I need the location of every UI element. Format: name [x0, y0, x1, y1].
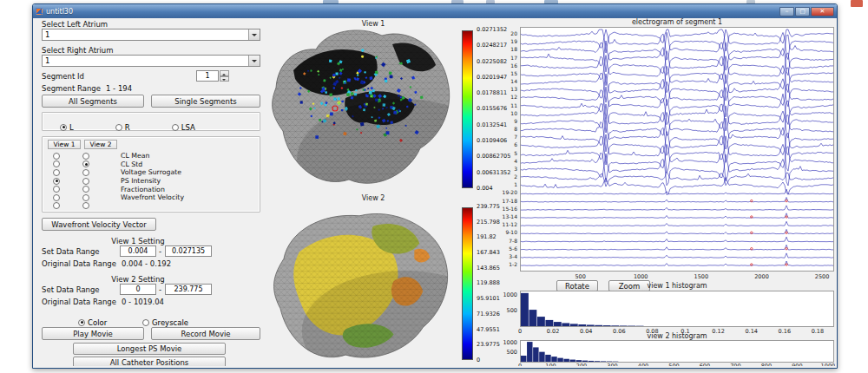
egm-xtick: 2500: [815, 273, 830, 280]
view1-column-header: View 1: [48, 140, 81, 149]
right-atrium-value: 1: [43, 56, 248, 65]
view2-column-header: View 2: [84, 140, 117, 149]
radio-circle[interactable]: [60, 124, 67, 131]
view1-range-min-input[interactable]: 0.004: [120, 245, 156, 257]
view2-range-min-input[interactable]: 0: [120, 284, 156, 295]
view-option-label: PS Intensity: [121, 177, 256, 185]
radio-circle[interactable]: [115, 124, 122, 131]
desktop: untitl30 – ▢ ✕ Select Left Atrium 1 Sele…: [0, 0, 868, 373]
minimize-button[interactable]: –: [779, 7, 794, 16]
window-controls: – ▢ ✕: [779, 7, 834, 16]
hist-xtick: 500: [668, 363, 679, 366]
view2-option-radio[interactable]: [82, 186, 89, 193]
hist-xtick: 900: [792, 363, 802, 366]
all-catheter-positions-button[interactable]: All Catheter Positions: [73, 357, 226, 366]
view1-option-radio[interactable]: [53, 178, 60, 185]
view2-option-radio[interactable]: [82, 202, 89, 209]
side-radio-l[interactable]: L: [60, 118, 74, 134]
view1-option-radio[interactable]: [53, 169, 60, 176]
radio-label: L: [69, 123, 74, 132]
original-range-label-1: Original Data Range: [42, 259, 116, 268]
wavefront-velocity-vector-button[interactable]: Wavefront Velocity Vector: [42, 218, 156, 231]
select-right-atrium-label: Select Right Atrium: [42, 46, 114, 55]
view-option-label: CL Mean: [121, 152, 256, 160]
window-titlebar[interactable]: untitl30 – ▢ ✕: [33, 4, 837, 18]
single-segments-button[interactable]: Single Segments: [151, 95, 260, 108]
color-radio-circle[interactable]: [78, 319, 85, 326]
egm-ylabel: 17-18: [503, 199, 517, 204]
close-button[interactable]: ✕: [811, 7, 834, 16]
view1-option-radio[interactable]: [53, 186, 60, 193]
view-option-row: Fractionation: [53, 185, 256, 193]
left-atrium-select[interactable]: 1: [42, 29, 260, 41]
electrogram-plot[interactable]: [520, 27, 834, 272]
hist-xtick: 200: [576, 363, 587, 366]
record-movie-button[interactable]: Record Movie: [151, 327, 260, 340]
app-window: untitl30 – ▢ ✕ Select Left Atrium 1 Sele…: [32, 3, 838, 369]
egm-ylabel: 5-6: [509, 246, 517, 252]
view1-mesh[interactable]: [262, 25, 458, 195]
dropdown-arrow-icon[interactable]: [248, 29, 260, 40]
range-separator: -: [159, 285, 161, 294]
view-option-label: Voltage Surrogate: [121, 168, 256, 176]
hist-ytick: 1000: [503, 291, 517, 298]
view1-option-radio[interactable]: [53, 160, 60, 167]
segment-range-label: Segment Range: [42, 84, 101, 93]
egm-ylabel: 3: [514, 167, 517, 172]
view2-option-radio[interactable]: [82, 169, 89, 176]
colorbar-tick: 119.888: [477, 280, 516, 286]
set-data-range-label-1: Set Data Range: [42, 247, 100, 256]
maximize-button[interactable]: ▢: [795, 7, 810, 16]
desktop-fragment: [851, 0, 863, 7]
view2-option-radio[interactable]: [82, 153, 89, 160]
range-separator: -: [159, 247, 161, 256]
view2-original-range: 0 - 1019.04: [122, 298, 164, 306]
egm-ylabel: 1-2: [509, 262, 517, 267]
electrogram-ylabels: 201918171615141312111098765432119-2017-1…: [493, 27, 517, 272]
side-radio-lsa[interactable]: LSA: [172, 118, 195, 134]
egm-ylabel: 13-14: [503, 214, 517, 219]
side-radio-r[interactable]: R: [115, 118, 130, 134]
egm-ylabel: 15: [510, 71, 517, 76]
view1-range-max-input[interactable]: 0.027135: [165, 245, 212, 257]
egm-ylabel: 5: [514, 151, 517, 156]
spinner-down-icon[interactable]: [220, 76, 229, 82]
hist2-title: view 2 histogram: [520, 332, 834, 340]
view-option-label: Fractionation: [121, 186, 256, 193]
egm-ylabel: 2: [514, 174, 517, 180]
egm-ylabel: 7-8: [509, 239, 517, 244]
hist-ytick: 500: [507, 307, 517, 314]
view2-range-max-input[interactable]: 239.775: [165, 284, 212, 295]
window-title: untitl30: [46, 8, 779, 16]
view1-option-radio[interactable]: [53, 194, 60, 201]
hist1-plot[interactable]: [520, 291, 834, 327]
hist2-bars: [521, 341, 833, 362]
egm-ylabel: 20: [510, 31, 517, 36]
hist-xtick: 100: [545, 363, 556, 366]
view2-mesh[interactable]: [262, 202, 458, 365]
egm-ylabel: 1: [514, 182, 517, 187]
hist-ytick: 1000: [503, 339, 517, 346]
play-movie-button[interactable]: Play Movie: [42, 327, 144, 340]
view2-option-radio[interactable]: [82, 194, 89, 201]
view1-option-radio[interactable]: [53, 153, 60, 160]
all-segments-button[interactable]: All Segments: [42, 95, 144, 108]
radio-circle[interactable]: [172, 124, 179, 131]
view2-option-radio[interactable]: [82, 160, 89, 167]
select-left-atrium-label: Select Left Atrium: [42, 20, 108, 29]
view1-option-radio[interactable]: [53, 202, 60, 209]
view2-option-radio[interactable]: [82, 178, 89, 185]
right-atrium-select[interactable]: 1: [42, 55, 260, 67]
hist-xtick: 700: [730, 363, 740, 366]
greyscale-radio-circle[interactable]: [142, 319, 149, 326]
view-option-row: Wavefront Velocity: [53, 193, 256, 202]
hist1-title: view 1 histogram: [520, 282, 834, 290]
egm-ylabel: 17: [510, 56, 517, 61]
dropdown-arrow-icon[interactable]: [248, 56, 260, 66]
app-icon: [36, 8, 43, 15]
hist2-plot[interactable]: [520, 340, 834, 363]
segment-id-input[interactable]: 1: [196, 70, 219, 82]
segment-id-stepper[interactable]: [220, 70, 229, 82]
egm-ylabel: 3-4: [509, 254, 517, 259]
longest-ps-movie-button[interactable]: Longest PS Movie: [73, 343, 226, 355]
